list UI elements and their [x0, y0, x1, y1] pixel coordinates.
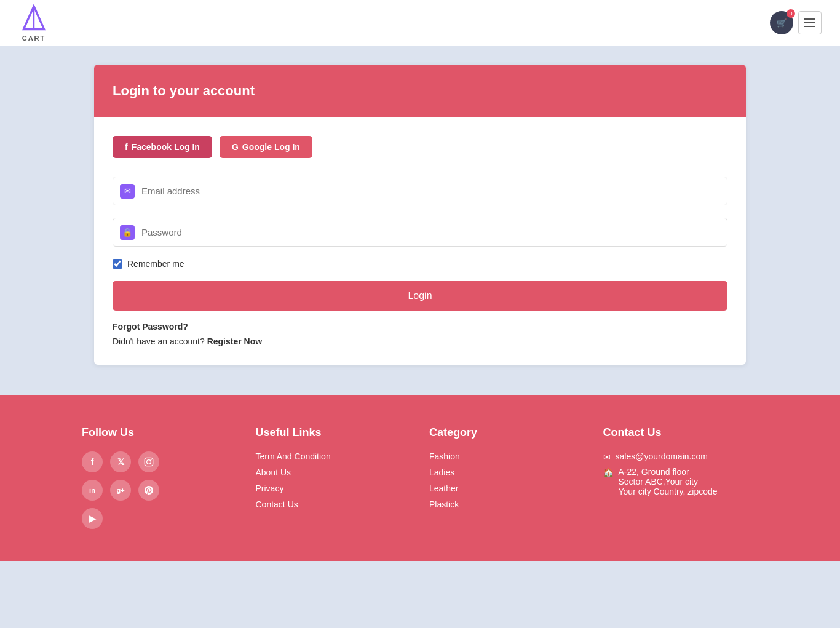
contact-heading: Contact Us — [603, 426, 759, 439]
svg-point-4 — [151, 459, 152, 460]
social-icons-row-1: f 𝕏 — [82, 451, 237, 472]
twitter-social-icon[interactable]: 𝕏 — [110, 451, 131, 472]
svg-rect-2 — [145, 458, 153, 466]
footer-useful-links: Useful Links Term And Condition About Us… — [256, 426, 411, 536]
header: CART 🛒 0 — [0, 0, 840, 46]
login-title: Login to your account — [113, 83, 727, 99]
category-plastick[interactable]: Plastick — [429, 499, 585, 509]
useful-links-heading: Useful Links — [256, 426, 411, 439]
footer-grid: Follow Us f 𝕏 in g+ ▶ Useful Links — [82, 426, 758, 536]
login-card: Login to your account f Facebook Log In … — [94, 65, 746, 365]
youtube-social-icon[interactable]: ▶ — [82, 508, 103, 529]
cart-icon: 🛒 — [777, 18, 787, 28]
email-input[interactable] — [113, 177, 727, 205]
facebook-social-icon[interactable]: f — [82, 451, 103, 472]
register-text: Didn't have an account? Register Now — [113, 336, 727, 346]
social-buttons: f Facebook Log In G Google Log In — [113, 136, 727, 158]
menu-line-3 — [804, 26, 815, 27]
footer-contact: Contact Us ✉ sales@yourdomain.com 🏠 A-22… — [603, 426, 759, 536]
login-card-body: f Facebook Log In G Google Log In ✉ 🔒 — [94, 117, 746, 365]
register-prompt: Didn't have an account? — [113, 336, 205, 346]
google-btn-label: Google Log In — [242, 142, 300, 152]
forgot-password-link[interactable]: Forgot Password? — [113, 322, 727, 332]
facebook-btn-label: Facebook Log In — [132, 142, 200, 152]
google-login-button[interactable]: G Google Log In — [220, 136, 312, 158]
register-now-link[interactable]: Register Now — [207, 336, 262, 346]
linkedin-social-icon[interactable]: in — [82, 480, 103, 501]
social-icons-row-2: in g+ — [82, 480, 237, 501]
footer-follow-us: Follow Us f 𝕏 in g+ ▶ — [82, 426, 237, 536]
login-button[interactable]: Login — [113, 281, 727, 311]
social-icons-row-3: ▶ — [82, 508, 237, 529]
lock-icon: 🔒 — [120, 225, 135, 240]
useful-link-term[interactable]: Term And Condition — [256, 451, 411, 461]
email-icon: ✉ — [120, 184, 135, 199]
email-contact-icon: ✉ — [603, 452, 611, 462]
google-icon: G — [232, 142, 239, 152]
category-fashion[interactable]: Fashion — [429, 451, 585, 461]
cart-badge: 0 — [787, 9, 795, 18]
address-contact-icon: 🏠 — [603, 467, 614, 477]
facebook-login-button[interactable]: f Facebook Log In — [113, 136, 212, 158]
instagram-social-icon[interactable] — [138, 451, 159, 472]
svg-point-3 — [147, 460, 151, 464]
useful-link-contact[interactable]: Contact Us — [256, 499, 411, 509]
password-input-group: 🔒 — [113, 218, 727, 247]
footer-category: Category Fashion Ladies Leather Plastick — [429, 426, 585, 536]
googleplus-social-icon[interactable]: g+ — [110, 480, 131, 501]
category-heading: Category — [429, 426, 585, 439]
footer: Follow Us f 𝕏 in g+ ▶ Useful Links — [0, 395, 840, 561]
logo-icon — [18, 4, 49, 34]
logo-text: CART — [22, 34, 46, 42]
cart-button[interactable]: 🛒 0 — [770, 11, 793, 34]
contact-address-line3: Your city Country, zipcode — [619, 487, 718, 496]
login-btn-label: Login — [408, 290, 432, 301]
contact-email-text: sales@yourdomain.com — [616, 451, 708, 461]
menu-line-2 — [804, 22, 815, 23]
follow-us-heading: Follow Us — [82, 426, 237, 439]
contact-address-line2: Sector ABC,Your city — [619, 477, 698, 487]
useful-link-about[interactable]: About Us — [256, 467, 411, 477]
email-input-group: ✉ — [113, 177, 727, 205]
pinterest-social-icon[interactable] — [138, 480, 159, 501]
remember-me-checkbox[interactable] — [113, 259, 122, 269]
useful-link-privacy[interactable]: Privacy — [256, 483, 411, 493]
contact-address-line1: A-22, Ground floor — [619, 467, 689, 477]
logo[interactable]: CART — [18, 4, 49, 42]
category-leather[interactable]: Leather — [429, 483, 585, 493]
login-card-header: Login to your account — [94, 65, 746, 117]
header-actions: 🛒 0 — [770, 11, 822, 34]
category-ladies[interactable]: Ladies — [429, 467, 585, 477]
facebook-icon: f — [125, 142, 128, 152]
remember-me-label: Remember me — [127, 259, 184, 269]
menu-line-1 — [804, 18, 815, 20]
remember-me-group: Remember me — [113, 259, 727, 269]
contact-address: 🏠 A-22, Ground floor Sector ABC,Your cit… — [603, 467, 759, 496]
contact-email: ✉ sales@yourdomain.com — [603, 451, 759, 462]
password-input[interactable] — [113, 218, 727, 247]
menu-button[interactable] — [798, 11, 822, 34]
main-content: Login to your account f Facebook Log In … — [82, 65, 758, 365]
